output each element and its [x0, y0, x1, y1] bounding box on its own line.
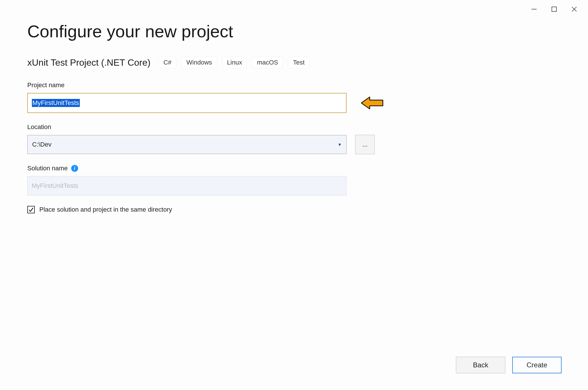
same-directory-label: Place solution and project in the same d… — [39, 206, 172, 213]
info-icon[interactable]: i — [71, 165, 78, 172]
minimize-button[interactable] — [530, 5, 538, 13]
tag: macOS — [252, 57, 283, 68]
template-row: xUnit Test Project (.NET Core) C# Window… — [27, 57, 561, 68]
tag: Test — [288, 57, 309, 68]
chevron-down-icon: ▼ — [338, 142, 342, 147]
project-name-value: MyFirstUnitTests — [32, 99, 80, 107]
project-name-input[interactable]: MyFirstUnitTests — [27, 93, 347, 113]
page-title: Configure your new project — [27, 22, 561, 41]
solution-name-label: Solution name — [27, 165, 68, 172]
svg-rect-1 — [552, 7, 556, 11]
browse-button[interactable]: ... — [355, 135, 375, 154]
project-name-label: Project name — [27, 81, 561, 89]
tag: Windows — [181, 57, 217, 68]
location-label: Location — [27, 123, 561, 131]
window-controls — [520, 0, 588, 18]
svg-marker-4 — [361, 97, 383, 109]
location-combobox[interactable]: C:\Dev ▼ — [27, 135, 347, 154]
template-name: xUnit Test Project (.NET Core) — [27, 57, 150, 68]
location-value: C:\Dev — [32, 141, 51, 148]
back-button[interactable]: Back — [456, 357, 505, 373]
tag: Linux — [222, 57, 247, 68]
tag: C# — [158, 57, 176, 68]
create-button[interactable]: Create — [512, 357, 562, 373]
footer-buttons: Back Create — [456, 357, 562, 373]
maximize-button[interactable] — [550, 5, 558, 13]
solution-name-placeholder: MyFirstUnitTests — [32, 182, 78, 190]
solution-name-input: MyFirstUnitTests — [27, 176, 347, 196]
same-directory-checkbox[interactable] — [27, 206, 35, 213]
arrow-left-icon — [359, 96, 385, 110]
close-button[interactable] — [570, 5, 578, 13]
